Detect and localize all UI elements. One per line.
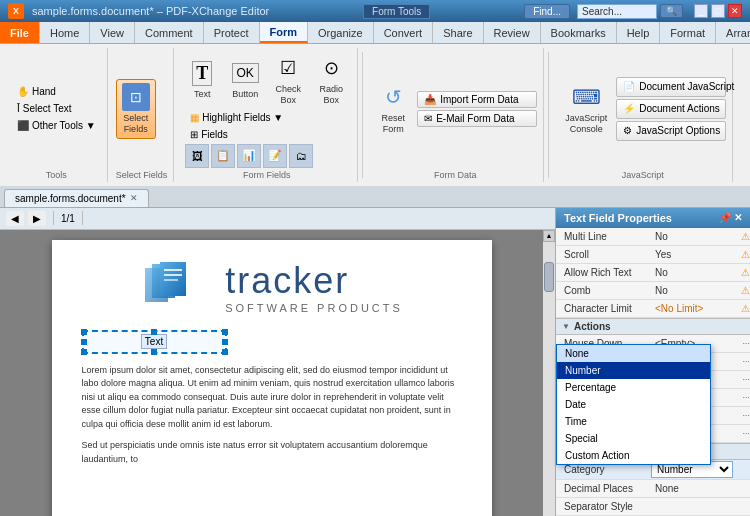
close-button[interactable]: ✕: [728, 4, 742, 18]
dropdown-item-number[interactable]: Number: [557, 362, 710, 379]
other-tools-icon: ⬛: [17, 120, 29, 131]
tab-convert[interactable]: Convert: [374, 22, 434, 43]
checkbox-field-button[interactable]: ☑ CheckBox: [268, 50, 308, 110]
tab-format[interactable]: Format: [660, 22, 716, 43]
select-text-button[interactable]: Ī Select Text: [12, 101, 101, 116]
highlight-fields-button[interactable]: ▦ Highlight Fields ▼: [185, 110, 351, 125]
dropdown-item-percentage[interactable]: Percentage: [557, 379, 710, 396]
logo-area: tracker SOFTWARE PRODUCTS: [82, 260, 462, 315]
button-field-button[interactable]: OK Button: [225, 55, 265, 104]
handle-tm[interactable]: [151, 329, 157, 335]
prop-char-limit-value: <No Limit>: [651, 301, 741, 316]
prop-mouse-up-dots[interactable]: ···: [742, 356, 750, 366]
tab-home[interactable]: Home: [40, 22, 90, 43]
select-fields-group-label: Select Fields: [116, 168, 168, 180]
tab-arrange[interactable]: Arrange: [716, 22, 750, 43]
hand-icon: ✋: [17, 86, 29, 97]
prop-comb-warn: ⚠: [741, 285, 750, 296]
toolbar-nav-left[interactable]: ◀: [6, 211, 24, 226]
app-icon: X: [8, 3, 24, 19]
select-fields-items: ⊡ SelectFields: [116, 50, 168, 168]
doc-tab[interactable]: sample.forms.document* ✕: [4, 189, 149, 207]
category-dropdown[interactable]: None Number Percentage Date Time Special…: [556, 344, 711, 465]
doc-tab-name: sample.forms.document*: [15, 193, 126, 204]
image-tool-5[interactable]: 🗂: [289, 144, 313, 168]
sep2: [548, 52, 549, 178]
prop-rich-text-value: No: [651, 265, 741, 280]
document-actions-button[interactable]: ⚡ Document Actions: [616, 99, 726, 119]
logo-text-area: tracker SOFTWARE PRODUCTS: [225, 260, 403, 314]
doc-page: tracker SOFTWARE PRODUCTS: [52, 240, 492, 516]
reset-form-icon: ↺: [379, 83, 407, 111]
tab-comment[interactable]: Comment: [135, 22, 204, 43]
prop-mouse-down-dots[interactable]: ···: [742, 338, 750, 348]
maximize-button[interactable]: □: [711, 4, 725, 18]
tab-bookmarks[interactable]: Bookmarks: [541, 22, 617, 43]
actions-section-header[interactable]: Actions: [556, 318, 750, 335]
handle-tl[interactable]: [81, 329, 87, 335]
select-fields-button[interactable]: ⊡ SelectFields: [116, 79, 156, 139]
minimize-button[interactable]: _: [694, 4, 708, 18]
toolbar-sep2: [82, 211, 83, 225]
handle-bm[interactable]: [151, 349, 157, 355]
text-field-label: Text: [194, 89, 211, 100]
fields-button[interactable]: ⊞ Fields: [185, 127, 351, 142]
doc-scrollbar[interactable]: ▲ ▼: [543, 230, 555, 516]
scrollbar-thumb[interactable]: [544, 262, 554, 292]
prop-mouse-enter-dots[interactable]: ···: [742, 374, 750, 384]
dropdown-item-special[interactable]: Special: [557, 430, 710, 447]
image-tool-1[interactable]: 🖼: [185, 144, 209, 168]
reset-form-button[interactable]: ↺ ResetForm: [373, 79, 413, 139]
scroll-up-button[interactable]: ▲: [543, 230, 555, 242]
text-field-content: Text: [141, 334, 167, 349]
dropdown-item-none[interactable]: None: [557, 345, 710, 362]
email-form-data-button[interactable]: ✉ E-Mail Form Data: [417, 110, 537, 127]
js-options-button[interactable]: ⚙ JavaScript Options: [616, 121, 726, 141]
toolbar-sep: [53, 211, 54, 225]
handle-tr[interactable]: [222, 329, 228, 335]
props-panel-pin[interactable]: 📌: [719, 212, 731, 223]
image-tool-4[interactable]: 📝: [263, 144, 287, 168]
tab-review[interactable]: Review: [484, 22, 541, 43]
radio-field-button[interactable]: ⊙ RadioBox: [311, 50, 351, 110]
prop-on-blur-dots[interactable]: ···: [742, 428, 750, 438]
doc-scroll-area[interactable]: tracker SOFTWARE PRODUCTS: [0, 230, 555, 516]
other-tools-button[interactable]: ⬛ Other Tools ▼: [12, 118, 101, 133]
tab-organize[interactable]: Organize: [308, 22, 374, 43]
image-tool-2[interactable]: 📋: [211, 144, 235, 168]
text-field-button[interactable]: T Text: [182, 55, 222, 104]
props-panel-close-icon[interactable]: ✕: [734, 212, 742, 223]
tab-file[interactable]: File: [0, 22, 40, 43]
tab-protect[interactable]: Protect: [204, 22, 260, 43]
js-console-button[interactable]: ⌨ JavaScriptConsole: [559, 79, 613, 139]
tracker-logo-icon: [140, 260, 210, 315]
handle-ml[interactable]: [81, 339, 87, 345]
hand-tool-button[interactable]: ✋ Hand: [12, 84, 101, 99]
search-input[interactable]: [577, 4, 657, 19]
dropdown-item-custom[interactable]: Custom Action: [557, 447, 710, 464]
prop-char-limit-warn: ⚠: [741, 303, 750, 314]
prop-separator-value: [651, 504, 750, 508]
prop-char-limit-label: Character Limit: [556, 301, 651, 316]
dropdown-item-date[interactable]: Date: [557, 396, 710, 413]
additional-form-fields: ▦ Highlight Fields ▼ ⊞ Fields: [185, 110, 351, 142]
js-console-icon: ⌨: [572, 83, 600, 111]
tab-help[interactable]: Help: [617, 22, 661, 43]
dropdown-item-time[interactable]: Time: [557, 413, 710, 430]
handle-mr[interactable]: [222, 339, 228, 345]
prop-mouse-leave-dots[interactable]: ···: [742, 392, 750, 402]
text-field-selected[interactable]: Text: [82, 330, 227, 354]
handle-br[interactable]: [222, 349, 228, 355]
handle-bl[interactable]: [81, 349, 87, 355]
document-js-button[interactable]: 📄 Document JavaScript: [616, 77, 726, 97]
prop-on-focus-dots[interactable]: ···: [742, 410, 750, 420]
toolbar-nav-right[interactable]: ▶: [28, 211, 46, 226]
tab-share[interactable]: Share: [433, 22, 483, 43]
doc-tab-close[interactable]: ✕: [130, 193, 138, 203]
find-button[interactable]: Find...: [524, 4, 570, 19]
image-tool-3[interactable]: 📊: [237, 144, 261, 168]
tab-form[interactable]: Form: [260, 22, 309, 43]
search-button[interactable]: 🔍: [660, 4, 683, 18]
import-form-data-button[interactable]: 📥 Import Form Data: [417, 91, 537, 108]
tab-view[interactable]: View: [90, 22, 135, 43]
